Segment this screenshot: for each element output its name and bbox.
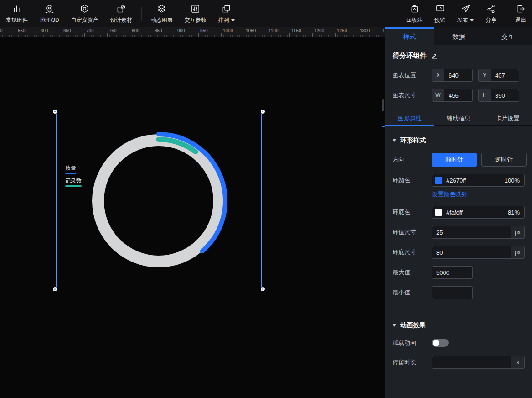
toolbar-separator — [506, 7, 506, 21]
ring-value-size-field: px — [432, 226, 525, 239]
ring-base-color-row: 环底色 #fafdff 81% — [393, 206, 525, 219]
resize-handle-bottom-left[interactable] — [53, 287, 57, 291]
toolbar-item-label: 常规组件 — [6, 16, 28, 24]
position-x-field: X — [432, 69, 473, 82]
color-opacity-value: 100% — [505, 177, 520, 184]
section-divider — [393, 310, 525, 310]
ring-color-picker[interactable]: #2670ff 100% — [432, 174, 525, 187]
design-shapes-icon — [116, 4, 126, 14]
size-h-field: H — [478, 89, 519, 102]
color-opacity-value: 81% — [508, 209, 520, 216]
toolbar-item-label: 动态图层 — [151, 16, 173, 24]
toolbar-item-label: 自定义资产 — [71, 16, 98, 24]
toolbar-item-label: 地理/3D — [40, 16, 59, 24]
field-label: 停留时长 — [393, 358, 432, 367]
chevron-down-icon — [231, 19, 235, 21]
collapse-triangle-icon — [393, 324, 396, 327]
counterclockwise-button[interactable]: 逆时针 — [481, 153, 527, 167]
toolbar-item-dynamic-layers[interactable]: 动态图层 — [145, 0, 179, 27]
toolbar-item-exit[interactable]: 退出 — [509, 0, 532, 27]
clockwise-button[interactable]: 顺时针 — [432, 153, 477, 167]
toggle-knob — [433, 340, 439, 346]
ring-base-color-picker[interactable]: #fafdff 81% — [432, 206, 525, 219]
component-selection-box[interactable] — [56, 113, 262, 288]
resize-handle-top-right[interactable] — [261, 110, 265, 114]
component-title: 得分环组件 — [393, 52, 427, 60]
position-x-input[interactable] — [444, 69, 472, 81]
field-label: 环值尺寸 — [393, 228, 432, 236]
toolbar-item-recycle-bin[interactable]: 回收站 — [400, 0, 429, 27]
ring-base-size-input[interactable] — [432, 246, 511, 258]
edit-pencil-icon[interactable] — [431, 52, 438, 59]
canvas-vertical-scrollbar[interactable] — [382, 100, 384, 111]
panel-subtab-bar: 图形属性 辅助信息 卡片设置 — [385, 112, 532, 126]
arrange-squares-icon — [221, 4, 232, 14]
toolbar-item-label: 退出 — [515, 16, 526, 24]
subtab-auxiliary-info[interactable]: 辅助信息 — [434, 112, 483, 125]
toolbar-item-label: 交互参数 — [185, 16, 207, 24]
stay-duration-row: 停留时长 s — [393, 356, 525, 369]
sliders-icon — [190, 4, 201, 14]
toolbar-item-custom-assets[interactable]: 自定义资产 — [65, 0, 104, 27]
ring-value-size-input[interactable] — [432, 226, 511, 238]
ring-style-section-header[interactable]: 环形样式 — [393, 136, 525, 145]
max-value-row: 最大值 — [393, 266, 525, 279]
subtab-graphic-properties[interactable]: 图形属性 — [385, 112, 434, 125]
x-prefix: X — [432, 69, 444, 81]
toolbar-item-common-components[interactable]: 常规组件 — [0, 0, 34, 27]
component-title-row: 得分环组件 — [393, 52, 525, 60]
size-w-input[interactable] — [444, 89, 472, 101]
trash-icon — [409, 4, 420, 14]
toolbar-left-group: 常规组件 地理/3D 自定义资产 设计素材 动态图层 交互参数 排列 — [0, 0, 241, 27]
tab-style[interactable]: 样式 — [385, 27, 434, 45]
field-label: 最大值 — [393, 268, 432, 277]
toolbar-item-arrange[interactable]: 排列 — [212, 0, 241, 27]
collapse-triangle-icon — [393, 139, 396, 142]
toolbar-item-preview[interactable]: 预览 — [429, 0, 451, 27]
design-canvas[interactable]: 数量 记录数 — [0, 37, 385, 398]
max-value-input[interactable] — [432, 267, 472, 278]
ring-color-row: 环颜色 #2670ff 100% — [393, 174, 525, 187]
loading-animation-row: 加载动画 — [393, 339, 525, 347]
chevron-down-icon — [470, 19, 474, 21]
toolbar-item-label: 排列 — [218, 16, 235, 24]
top-toolbar: 常规组件 地理/3D 自定义资产 设计素材 动态图层 交互参数 排列 — [0, 0, 532, 27]
toolbar-item-label: 设计素材 — [110, 16, 132, 24]
resize-handle-bottom-right[interactable] — [261, 287, 265, 291]
toolbar-item-share[interactable]: 分享 — [480, 0, 502, 27]
tab-data[interactable]: 数据 — [434, 27, 483, 45]
toolbar-item-publish[interactable]: 发布 — [451, 0, 480, 27]
unit-suffix: s — [511, 356, 524, 368]
color-mapping-link[interactable]: 设置颜色映射 — [432, 190, 467, 199]
ring-base-size-row: 环底尺寸 px — [393, 246, 525, 259]
toolbar-item-interaction-params[interactable]: 交互参数 — [179, 0, 212, 27]
toolbar-separator — [141, 7, 142, 21]
tab-interaction[interactable]: 交互 — [483, 27, 532, 45]
direction-row: 方向 顺时针 逆时针 — [393, 153, 525, 167]
toolbar-item-label: 预览 — [434, 16, 445, 24]
position-y-field: Y — [478, 69, 519, 82]
color-swatch — [435, 177, 442, 184]
unit-suffix: px — [511, 246, 524, 258]
stay-duration-input[interactable] — [432, 356, 511, 368]
loading-animation-toggle[interactable] — [432, 339, 449, 347]
animation-section-header[interactable]: 动画效果 — [393, 321, 525, 330]
position-y-input[interactable] — [491, 69, 519, 81]
unit-suffix: px — [511, 226, 524, 238]
toolbar-item-label: 分享 — [486, 16, 496, 24]
resize-handle-top-left[interactable] — [53, 110, 57, 114]
ring-base-size-field: px — [432, 246, 525, 259]
share-nodes-icon — [486, 4, 496, 14]
toolbar-right-group: 回收站 预览 发布 分享 退出 — [400, 0, 532, 27]
min-value-input[interactable] — [432, 287, 472, 298]
size-h-input[interactable] — [491, 89, 519, 101]
field-label: 环底色 — [393, 208, 432, 216]
color-swatch — [435, 209, 442, 216]
subtab-card-settings[interactable]: 卡片设置 — [483, 112, 532, 125]
toolbar-item-geo-3d[interactable]: 地理/3D — [34, 0, 65, 27]
toolbar-item-design-materials[interactable]: 设计素材 — [104, 0, 138, 27]
field-label: 环底尺寸 — [393, 248, 432, 257]
exit-icon — [516, 4, 526, 14]
h-prefix: H — [479, 89, 491, 101]
chart-size-row: 图表尺寸 W H — [393, 89, 525, 102]
